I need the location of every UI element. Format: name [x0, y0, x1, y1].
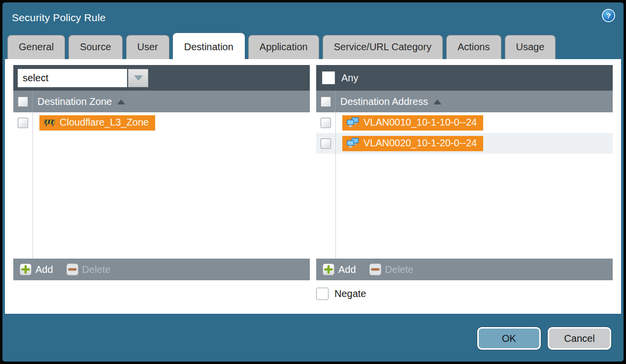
address-item-label: VLAN0020_10-1-20-0--24 [363, 137, 477, 149]
chevron-down-icon [134, 75, 143, 81]
table-row: VLAN0010_10-1-10-0--24 [316, 112, 613, 133]
minus-icon [66, 264, 78, 275]
plus-icon [20, 264, 32, 275]
zone-filter-input[interactable] [18, 69, 127, 87]
tab-application[interactable]: Application [248, 35, 319, 59]
zone-filter-dropdown-button[interactable] [128, 69, 148, 87]
sort-ascending-icon [117, 99, 125, 104]
destination-zone-panel: Destination Zone [13, 65, 310, 280]
destination-tab-content: Destination Zone [5, 59, 621, 314]
delete-zone-button[interactable]: Delete [66, 264, 111, 275]
tab-source[interactable]: Source [68, 35, 122, 59]
dialog-title: Security Policy Rule [12, 12, 106, 24]
zone-panel-footer: Add Delete [13, 259, 310, 280]
zone-select-all-checkbox[interactable] [18, 97, 28, 107]
delete-address-button[interactable]: Delete [369, 264, 414, 275]
address-item[interactable]: VLAN0010_10-1-10-0--24 [342, 115, 483, 131]
address-rows: VLAN0010_10-1-10-0--24 [316, 112, 613, 259]
address-item-label: VLAN0010_10-1-10-0--24 [363, 117, 477, 128]
any-checkbox[interactable] [322, 71, 335, 84]
zone-column-header: Destination Zone [13, 91, 310, 112]
ok-button[interactable]: OK [477, 327, 541, 350]
zone-rows: Cloudflare_L3_Zone [13, 112, 310, 259]
zone-panel-header [13, 65, 310, 91]
tab-bar: General Source User Destination Applicat… [2, 31, 624, 59]
address-panel-footer: Add Delete [316, 259, 613, 280]
address-icon [347, 138, 359, 148]
security-policy-rule-dialog: Security Policy Rule ? General Source Us… [2, 2, 624, 362]
table-row: Cloudflare_L3_Zone [13, 112, 310, 133]
plus-icon [323, 264, 334, 275]
address-select-all-checkbox[interactable] [321, 97, 331, 107]
tab-general[interactable]: General [7, 35, 65, 59]
negate-checkbox[interactable] [316, 288, 329, 300]
destination-address-panel: Any Destination Address [316, 65, 613, 280]
help-icon[interactable]: ? [602, 9, 615, 22]
titlebar: Security Policy Rule ? [2, 2, 624, 31]
sort-ascending-icon [433, 99, 441, 104]
add-zone-button[interactable]: Add [20, 264, 53, 275]
tab-service-url-category[interactable]: Service/URL Category [323, 35, 443, 59]
zone-item[interactable]: Cloudflare_L3_Zone [39, 115, 155, 131]
zone-row-checkbox[interactable] [18, 118, 28, 128]
zone-icon [44, 118, 55, 127]
minus-icon [369, 264, 381, 275]
address-row-checkbox[interactable] [321, 118, 331, 128]
address-column-title[interactable]: Destination Address [340, 96, 441, 107]
address-item[interactable]: VLAN0020_10-1-20-0--24 [342, 136, 483, 151]
address-panel-header: Any [316, 65, 613, 91]
add-address-button[interactable]: Add [323, 264, 356, 275]
any-label: Any [341, 72, 358, 84]
address-icon [347, 117, 359, 127]
tab-actions[interactable]: Actions [446, 35, 501, 59]
zone-item-label: Cloudflare_L3_Zone [60, 117, 149, 128]
dialog-button-bar: OK Cancel [2, 314, 624, 361]
cancel-button[interactable]: Cancel [548, 327, 611, 350]
negate-label: Negate [334, 288, 366, 299]
table-row: VLAN0020_10-1-20-0--24 [316, 133, 613, 154]
address-column-header: Destination Address [316, 91, 613, 112]
zone-column-title[interactable]: Destination Zone [37, 96, 125, 107]
help-glyph: ? [606, 11, 611, 20]
negate-row: Negate [316, 288, 613, 300]
address-row-checkbox[interactable] [321, 138, 331, 149]
tab-destination[interactable]: Destination [173, 33, 245, 59]
tab-user[interactable]: User [126, 35, 169, 59]
tab-usage[interactable]: Usage [505, 35, 556, 59]
